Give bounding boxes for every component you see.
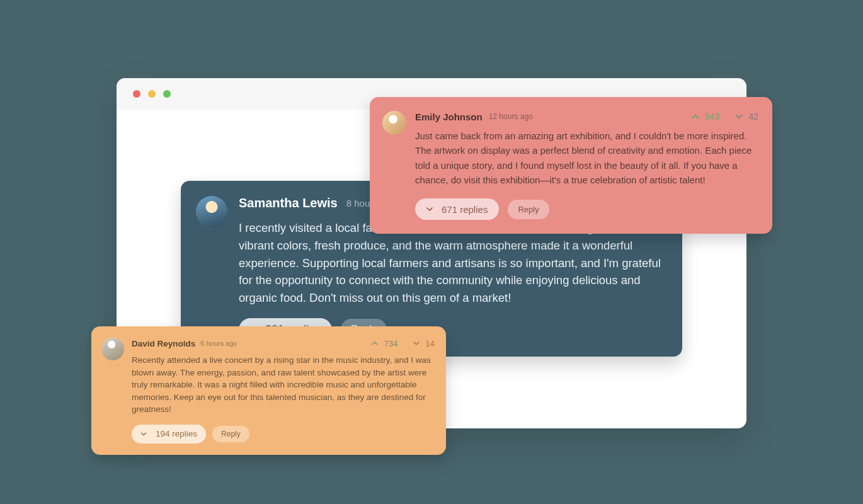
downvote-count: 14	[426, 339, 435, 348]
vote-controls: 734 14	[369, 338, 435, 349]
downvote-group[interactable]: 14	[411, 338, 435, 349]
chevron-down-icon	[138, 428, 149, 440]
vote-controls: 943 42	[690, 111, 758, 122]
comment-author[interactable]: Emily Johnson	[415, 112, 483, 122]
comment-body: Emily Johnson 12 hours ago 943 42 Just c…	[415, 111, 758, 220]
avatar[interactable]	[101, 338, 124, 360]
comment-timestamp: 6 hours ago	[200, 340, 237, 347]
reply-button[interactable]: Reply	[212, 426, 249, 442]
chevron-up-icon	[690, 111, 701, 122]
comment-text: Just came back from an amazing art exhib…	[415, 129, 758, 187]
comment-author[interactable]: Samantha Lewis	[239, 196, 338, 210]
replies-toggle[interactable]: 671 replies	[415, 198, 499, 220]
comment-actions: 194 replies Reply	[132, 425, 435, 444]
replies-toggle[interactable]: 194 replies	[132, 425, 206, 444]
upvote-count: 943	[705, 112, 719, 122]
chevron-up-icon	[369, 338, 380, 349]
comment-timestamp: 12 hours ago	[489, 112, 533, 121]
comment-card-orange: David Reynolds 6 hours ago 734 14 Recent…	[91, 326, 446, 455]
comment-actions: 671 replies Reply	[415, 198, 758, 220]
window-close-button[interactable]	[133, 90, 140, 98]
replies-count-label: 194 replies	[156, 429, 197, 438]
chevron-down-icon	[424, 203, 435, 215]
upvote-group[interactable]: 734	[369, 338, 398, 349]
comment-header: Emily Johnson 12 hours ago 943 42	[415, 111, 758, 122]
chevron-down-icon	[411, 338, 422, 349]
replies-count-label: 671 replies	[442, 204, 488, 215]
avatar[interactable]	[382, 111, 406, 135]
avatar[interactable]	[196, 196, 227, 227]
downvote-group[interactable]: 42	[733, 111, 758, 122]
comment-author[interactable]: David Reynolds	[132, 339, 195, 348]
comment-card-pink: Emily Johnson 12 hours ago 943 42 Just c…	[370, 97, 772, 234]
comment-header: David Reynolds 6 hours ago 734 14	[132, 338, 435, 349]
upvote-group[interactable]: 943	[690, 111, 719, 122]
window-maximize-button[interactable]	[163, 90, 171, 98]
reply-button[interactable]: Reply	[508, 200, 549, 219]
comment-body: David Reynolds 6 hours ago 734 14 Recent…	[132, 338, 435, 444]
downvote-count: 42	[748, 112, 758, 122]
upvote-count: 734	[384, 339, 398, 348]
comment-text: Recently attended a live concert by a ri…	[132, 354, 435, 416]
window-minimize-button[interactable]	[148, 90, 156, 98]
chevron-down-icon	[733, 111, 745, 122]
